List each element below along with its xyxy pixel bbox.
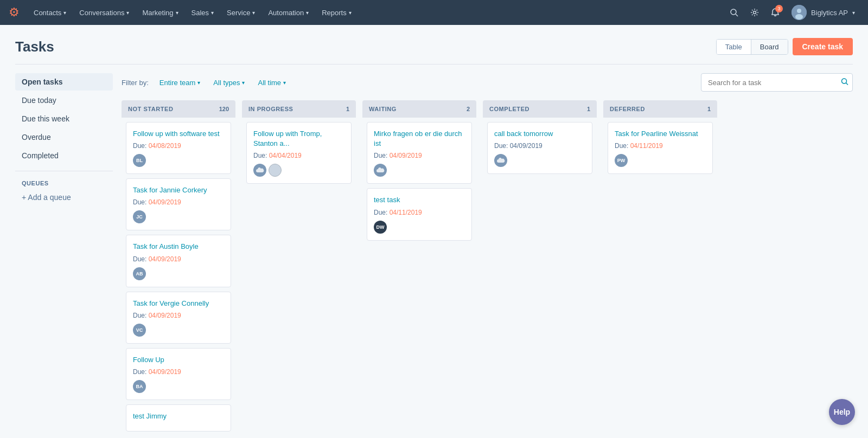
sidebar-item-completed[interactable]: Completed	[15, 147, 113, 164]
nav-conversations[interactable]: Conversations ▾	[74, 0, 135, 25]
column-cards-waiting: Mirko fragen ob er die durch istDue: 04/…	[362, 118, 476, 245]
nav-contacts[interactable]: Contacts ▾	[28, 0, 72, 25]
svg-point-6	[842, 79, 847, 83]
sidebar: Open tasks Due today Due this week Overd…	[15, 73, 122, 436]
nav-sales[interactable]: Sales ▾	[186, 0, 220, 25]
table-view-button[interactable]: Table	[717, 40, 751, 54]
table-row[interactable]: Task for Pearline WeissnatDue: 04/11/201…	[608, 122, 713, 174]
table-row[interactable]: Task for Vergie ConnellyDue: 04/09/2019V…	[126, 292, 231, 344]
chevron-down-icon: ▾	[63, 10, 66, 16]
search-icon-button[interactable]	[725, 4, 743, 21]
sidebar-divider	[15, 171, 113, 171]
svg-point-4	[797, 9, 801, 13]
time-filter-dropdown[interactable]: All time ▾	[253, 76, 290, 89]
due-date: 04/09/2019	[510, 142, 542, 150]
task-card-due: Due: 04/11/2019	[615, 142, 706, 150]
table-row[interactable]: Follow up with Tromp, Stanton a...Due: 0…	[246, 122, 352, 184]
search-submit-icon[interactable]	[841, 78, 848, 87]
hubspot-logo[interactable]: ⚙	[9, 5, 20, 20]
notification-badge: 3	[775, 5, 783, 12]
team-filter-chevron-icon: ▾	[197, 80, 200, 86]
task-card-title: call back tomorrow	[494, 129, 585, 139]
sidebar-item-due-today[interactable]: Due today	[15, 92, 113, 109]
time-filter-label: All time	[258, 79, 281, 87]
help-button[interactable]: Help	[829, 399, 855, 425]
avatar: VC	[133, 324, 146, 337]
avatar: BL	[133, 154, 146, 167]
column-header-not-started: NOT STARTED120	[122, 100, 235, 118]
column-cards-deferred: Task for Pearline WeissnatDue: 04/11/201…	[603, 118, 717, 178]
task-card-due: Due: 04/08/2019	[133, 142, 224, 150]
column-header-completed: COMPLETED1	[483, 100, 597, 118]
due-date: 04/09/2019	[149, 368, 181, 376]
table-row[interactable]: Mirko fragen ob er die durch istDue: 04/…	[367, 122, 472, 184]
table-row[interactable]: test Jimmy	[126, 404, 231, 431]
add-queue-button[interactable]: + Add a queue	[15, 189, 113, 206]
table-row[interactable]: call back tomorrowDue: 04/09/2019	[487, 122, 592, 174]
page-header: Tasks Table Board Create task	[15, 38, 853, 55]
filter-by-label: Filter by:	[122, 79, 149, 87]
task-card-title: test task	[374, 195, 465, 205]
column-cards-completed: call back tomorrowDue: 04/09/2019	[483, 118, 597, 178]
column-cards-in-progress: Follow up with Tromp, Stanton a...Due: 0…	[242, 118, 356, 188]
column-waiting: WAITING2Mirko fragen ob er die durch ist…	[362, 100, 476, 371]
task-card-title: Follow Up	[133, 355, 224, 365]
chevron-down-icon: ▾	[126, 10, 129, 16]
types-filter-dropdown[interactable]: All types ▾	[209, 76, 249, 89]
avatar	[494, 154, 507, 167]
avatar: JC	[133, 210, 146, 223]
search-input[interactable]	[701, 73, 853, 92]
filter-bar: Filter by: Entire team ▾ All types ▾ All…	[122, 73, 853, 92]
view-toggle: Table Board	[716, 39, 788, 55]
svg-point-2	[754, 11, 756, 14]
column-count-waiting: 2	[467, 106, 470, 112]
task-card-title: Task for Pearline Weissnat	[615, 129, 706, 139]
task-card-avatars: BL	[133, 154, 224, 167]
chevron-down-icon: ▾	[211, 10, 214, 16]
nav-service[interactable]: Service ▾	[221, 0, 260, 25]
due-date: 04/11/2019	[630, 142, 663, 150]
avatar: BA	[133, 380, 146, 393]
content-area: Filter by: Entire team ▾ All types ▾ All…	[122, 73, 853, 436]
task-card-title: Task for Austin Boyle	[133, 242, 224, 252]
sidebar-item-due-this-week[interactable]: Due this week	[15, 110, 113, 127]
user-menu[interactable]: Biglytics AP ▾	[787, 5, 859, 20]
task-card-avatars: PW	[615, 154, 706, 167]
search-container	[701, 73, 853, 92]
avatar	[269, 164, 282, 177]
sidebar-item-overdue[interactable]: Overdue	[15, 128, 113, 146]
table-row[interactable]: Task for Jannie CorkeryDue: 04/09/2019JC	[126, 178, 231, 230]
task-card-avatars	[374, 164, 465, 177]
column-count-completed: 1	[587, 106, 590, 112]
task-card-due: Due: 04/09/2019	[133, 368, 224, 376]
task-card-title: Follow up with Tromp, Stanton a...	[253, 129, 344, 149]
nav-reports[interactable]: Reports ▾	[316, 0, 357, 25]
svg-point-0	[731, 9, 736, 15]
notifications-icon-button[interactable]: 3	[767, 4, 784, 21]
avatar: DW	[374, 221, 387, 234]
task-card-due: Due: 04/11/2019	[374, 209, 465, 216]
svg-line-7	[846, 83, 848, 85]
create-task-button[interactable]: Create task	[793, 38, 853, 55]
svg-line-1	[736, 14, 738, 16]
nav-automation[interactable]: Automation ▾	[263, 0, 314, 25]
table-row[interactable]: test taskDue: 04/11/2019DW	[367, 188, 472, 240]
board: NOT STARTED120Follow up with software te…	[122, 100, 853, 436]
column-header-waiting: WAITING2	[362, 100, 476, 118]
table-row[interactable]: Follow up with software testDue: 04/08/2…	[126, 122, 231, 174]
table-row[interactable]: Follow UpDue: 04/09/2019BA	[126, 348, 231, 400]
task-card-due: Due: 04/09/2019	[133, 255, 224, 263]
column-title-deferred: DEFERRED	[610, 106, 645, 112]
team-filter-dropdown[interactable]: Entire team ▾	[155, 76, 205, 89]
queues-label: QUEUES	[15, 178, 113, 189]
avatar: AB	[133, 267, 146, 280]
avatar: PW	[615, 154, 628, 167]
table-row[interactable]: Task for Austin BoyleDue: 04/09/2019AB	[126, 235, 231, 287]
task-card-due: Due: 04/09/2019	[133, 312, 224, 319]
nav-marketing[interactable]: Marketing ▾	[137, 0, 183, 25]
settings-icon-button[interactable]	[746, 4, 763, 21]
board-view-button[interactable]: Board	[751, 40, 788, 54]
gear-icon	[750, 8, 759, 17]
task-card-title: test Jimmy	[133, 411, 224, 421]
sidebar-item-open-tasks[interactable]: Open tasks	[15, 73, 113, 91]
